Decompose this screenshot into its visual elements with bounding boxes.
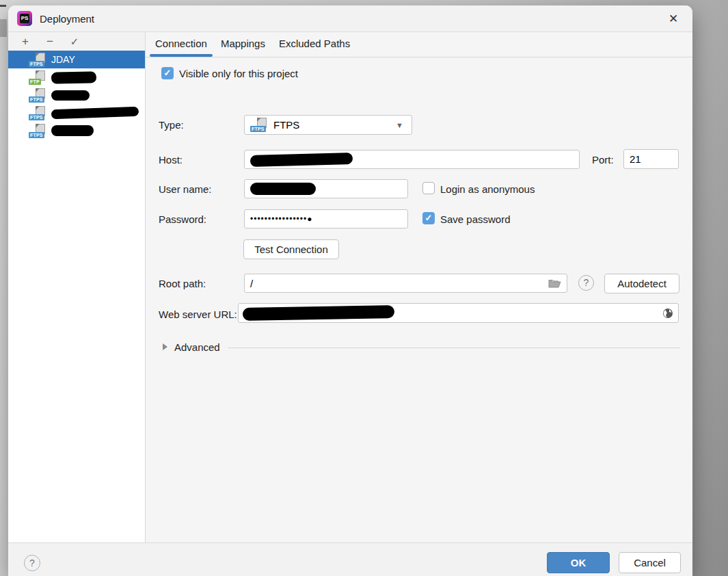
tab-mappings[interactable]: Mappings <box>217 32 269 57</box>
type-label: Type: <box>159 119 184 131</box>
redacted-username-value <box>250 183 316 195</box>
password-label: Password: <box>159 213 206 225</box>
port-label: Port: <box>592 154 614 166</box>
advanced-label[interactable]: Advanced <box>174 341 220 353</box>
redacted-url-value <box>243 305 394 321</box>
login-anonymous-checkbox[interactable] <box>422 182 435 194</box>
ftps-file-icon: FTPS <box>29 88 47 103</box>
server-list: FTPS JDAY FTP FTPS <box>8 51 145 542</box>
server-row-redacted-1[interactable]: FTP <box>8 68 145 86</box>
ftp-file-icon: FTP <box>29 70 47 85</box>
ftps-file-icon: FTPS <box>29 124 47 138</box>
tab-excluded-paths[interactable]: Excluded Paths <box>275 32 354 57</box>
autodetect-button[interactable]: Autodetect <box>604 274 679 293</box>
password-masked-value: ••••••••••••••••● <box>250 214 312 224</box>
server-name: JDAY <box>51 54 75 65</box>
host-input[interactable] <box>244 150 580 169</box>
login-anonymous-label: Login as anonymous <box>440 183 535 195</box>
redacted-server-name <box>51 125 94 136</box>
root-path-help-icon[interactable]: ? <box>578 275 594 291</box>
add-server-icon[interactable]: + <box>19 35 31 49</box>
port-value: 21 <box>630 153 641 165</box>
open-folder-icon[interactable] <box>548 278 561 288</box>
username-label: User name: <box>159 183 212 195</box>
web-server-url-input[interactable] <box>238 303 679 323</box>
save-password-label: Save password <box>440 213 511 225</box>
advanced-divider <box>228 348 680 348</box>
active-tab-underline <box>150 54 213 57</box>
server-list-toolbar: + − ✓ <box>8 32 145 51</box>
deployment-dialog: PS Deployment ✕ + − ✓ FTPS JDAY FTP <box>8 5 692 576</box>
server-list-panel: + − ✓ FTPS JDAY FTP <box>8 32 146 542</box>
redacted-server-name <box>51 107 139 119</box>
visible-only-label: Visible only for this project <box>179 68 298 79</box>
server-row-redacted-4[interactable]: FTPS <box>8 122 145 140</box>
server-row-redacted-2[interactable]: FTPS <box>8 86 145 104</box>
tabs-bar: Connection Mappings Excluded Paths <box>146 32 692 57</box>
dialog-title: Deployment <box>40 13 94 25</box>
password-input[interactable]: ••••••••••••••••● <box>244 209 408 228</box>
host-label: Host: <box>159 154 183 166</box>
server-row-jday[interactable]: FTPS JDAY <box>8 51 145 68</box>
cancel-button[interactable]: Cancel <box>619 552 681 573</box>
dialog-footer: ? OK Cancel <box>8 542 692 576</box>
ftps-file-icon: FTPS <box>250 118 269 132</box>
connection-settings-panel: Connection Mappings Excluded Paths ✓ Vis… <box>146 32 692 542</box>
ftps-file-icon: FTPS <box>29 106 47 120</box>
port-input[interactable]: 21 <box>623 149 679 169</box>
globe-icon[interactable] <box>662 308 673 319</box>
type-dropdown[interactable]: FTPS FTPS ▼ <box>244 115 412 135</box>
connection-form: ✓ Visible only for this project Type: FT… <box>146 57 692 542</box>
background-artifact-dash <box>0 5 6 7</box>
root-path-label: Root path: <box>159 278 206 289</box>
chevron-down-icon: ▼ <box>396 121 403 129</box>
tab-connection[interactable]: Connection <box>151 32 211 57</box>
remove-server-icon[interactable]: − <box>44 35 56 49</box>
phpstorm-logo-icon: PS <box>17 11 32 26</box>
dialog-help-icon[interactable]: ? <box>24 555 40 571</box>
ftps-file-icon: FTPS <box>29 53 47 67</box>
close-icon[interactable]: ✕ <box>665 11 682 27</box>
type-value: FTPS <box>273 119 299 131</box>
ok-button[interactable]: OK <box>547 552 610 573</box>
redacted-server-name <box>51 71 96 83</box>
root-path-input[interactable]: / <box>244 274 567 293</box>
advanced-expand-icon[interactable] <box>163 343 167 350</box>
username-input[interactable] <box>244 179 408 198</box>
server-row-redacted-3[interactable]: FTPS <box>8 104 145 122</box>
redacted-server-name <box>51 90 90 101</box>
redacted-host-value <box>250 153 353 167</box>
save-password-checkbox[interactable]: ✓ <box>422 212 435 224</box>
test-connection-button[interactable]: Test Connection <box>243 239 339 259</box>
title-bar: PS Deployment ✕ <box>8 5 692 32</box>
use-as-default-icon[interactable]: ✓ <box>68 35 81 49</box>
web-server-url-label: Web server URL: <box>159 309 237 320</box>
root-path-value: / <box>250 278 253 289</box>
background-artifact-square <box>0 19 7 37</box>
visible-only-checkbox[interactable]: ✓ <box>161 67 174 79</box>
